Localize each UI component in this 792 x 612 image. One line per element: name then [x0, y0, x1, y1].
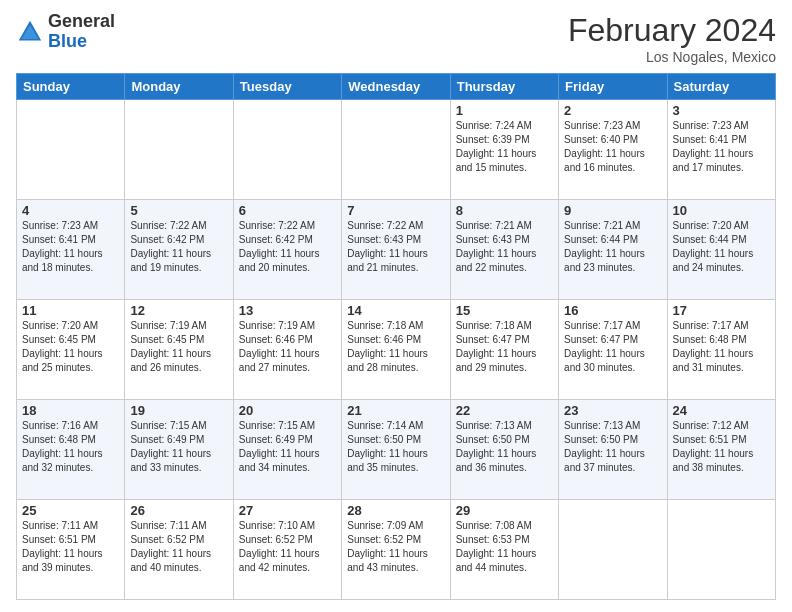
day-number: 23: [564, 403, 661, 418]
table-row: [667, 500, 775, 600]
day-info: Sunrise: 7:14 AM Sunset: 6:50 PM Dayligh…: [347, 419, 444, 475]
day-number: 5: [130, 203, 227, 218]
day-info: Sunrise: 7:22 AM Sunset: 6:43 PM Dayligh…: [347, 219, 444, 275]
day-info: Sunrise: 7:22 AM Sunset: 6:42 PM Dayligh…: [239, 219, 336, 275]
table-row: 29Sunrise: 7:08 AM Sunset: 6:53 PM Dayli…: [450, 500, 558, 600]
day-number: 27: [239, 503, 336, 518]
day-info: Sunrise: 7:13 AM Sunset: 6:50 PM Dayligh…: [456, 419, 553, 475]
table-row: 7Sunrise: 7:22 AM Sunset: 6:43 PM Daylig…: [342, 200, 450, 300]
table-row: 3Sunrise: 7:23 AM Sunset: 6:41 PM Daylig…: [667, 100, 775, 200]
table-row: 6Sunrise: 7:22 AM Sunset: 6:42 PM Daylig…: [233, 200, 341, 300]
day-number: 22: [456, 403, 553, 418]
day-info: Sunrise: 7:20 AM Sunset: 6:44 PM Dayligh…: [673, 219, 770, 275]
day-info: Sunrise: 7:08 AM Sunset: 6:53 PM Dayligh…: [456, 519, 553, 575]
day-number: 19: [130, 403, 227, 418]
title-area: February 2024 Los Nogales, Mexico: [568, 12, 776, 65]
day-info: Sunrise: 7:19 AM Sunset: 6:46 PM Dayligh…: [239, 319, 336, 375]
calendar-week-row: 18Sunrise: 7:16 AM Sunset: 6:48 PM Dayli…: [17, 400, 776, 500]
table-row: 15Sunrise: 7:18 AM Sunset: 6:47 PM Dayli…: [450, 300, 558, 400]
table-row: 12Sunrise: 7:19 AM Sunset: 6:45 PM Dayli…: [125, 300, 233, 400]
day-info: Sunrise: 7:19 AM Sunset: 6:45 PM Dayligh…: [130, 319, 227, 375]
day-info: Sunrise: 7:11 AM Sunset: 6:51 PM Dayligh…: [22, 519, 119, 575]
day-info: Sunrise: 7:23 AM Sunset: 6:40 PM Dayligh…: [564, 119, 661, 175]
month-title: February 2024: [568, 12, 776, 49]
day-number: 20: [239, 403, 336, 418]
table-row: [233, 100, 341, 200]
col-saturday: Saturday: [667, 74, 775, 100]
table-row: 21Sunrise: 7:14 AM Sunset: 6:50 PM Dayli…: [342, 400, 450, 500]
calendar-week-row: 11Sunrise: 7:20 AM Sunset: 6:45 PM Dayli…: [17, 300, 776, 400]
calendar-week-row: 4Sunrise: 7:23 AM Sunset: 6:41 PM Daylig…: [17, 200, 776, 300]
table-row: 1Sunrise: 7:24 AM Sunset: 6:39 PM Daylig…: [450, 100, 558, 200]
day-number: 12: [130, 303, 227, 318]
table-row: 17Sunrise: 7:17 AM Sunset: 6:48 PM Dayli…: [667, 300, 775, 400]
page: General Blue February 2024 Los Nogales, …: [0, 0, 792, 612]
col-sunday: Sunday: [17, 74, 125, 100]
table-row: 25Sunrise: 7:11 AM Sunset: 6:51 PM Dayli…: [17, 500, 125, 600]
day-number: 2: [564, 103, 661, 118]
table-row: [17, 100, 125, 200]
day-number: 10: [673, 203, 770, 218]
day-info: Sunrise: 7:16 AM Sunset: 6:48 PM Dayligh…: [22, 419, 119, 475]
day-info: Sunrise: 7:15 AM Sunset: 6:49 PM Dayligh…: [130, 419, 227, 475]
table-row: [342, 100, 450, 200]
day-number: 17: [673, 303, 770, 318]
calendar-header-row: Sunday Monday Tuesday Wednesday Thursday…: [17, 74, 776, 100]
col-tuesday: Tuesday: [233, 74, 341, 100]
calendar-table: Sunday Monday Tuesday Wednesday Thursday…: [16, 73, 776, 600]
header: General Blue February 2024 Los Nogales, …: [16, 12, 776, 65]
day-info: Sunrise: 7:17 AM Sunset: 6:48 PM Dayligh…: [673, 319, 770, 375]
table-row: 18Sunrise: 7:16 AM Sunset: 6:48 PM Dayli…: [17, 400, 125, 500]
day-info: Sunrise: 7:18 AM Sunset: 6:46 PM Dayligh…: [347, 319, 444, 375]
day-number: 21: [347, 403, 444, 418]
day-info: Sunrise: 7:23 AM Sunset: 6:41 PM Dayligh…: [673, 119, 770, 175]
location: Los Nogales, Mexico: [568, 49, 776, 65]
table-row: 4Sunrise: 7:23 AM Sunset: 6:41 PM Daylig…: [17, 200, 125, 300]
day-number: 24: [673, 403, 770, 418]
day-number: 28: [347, 503, 444, 518]
day-number: 1: [456, 103, 553, 118]
col-thursday: Thursday: [450, 74, 558, 100]
day-number: 26: [130, 503, 227, 518]
table-row: 10Sunrise: 7:20 AM Sunset: 6:44 PM Dayli…: [667, 200, 775, 300]
table-row: 14Sunrise: 7:18 AM Sunset: 6:46 PM Dayli…: [342, 300, 450, 400]
day-number: 15: [456, 303, 553, 318]
col-friday: Friday: [559, 74, 667, 100]
table-row: 24Sunrise: 7:12 AM Sunset: 6:51 PM Dayli…: [667, 400, 775, 500]
day-info: Sunrise: 7:13 AM Sunset: 6:50 PM Dayligh…: [564, 419, 661, 475]
day-number: 3: [673, 103, 770, 118]
logo: General Blue: [16, 12, 115, 52]
day-number: 6: [239, 203, 336, 218]
table-row: 28Sunrise: 7:09 AM Sunset: 6:52 PM Dayli…: [342, 500, 450, 600]
day-number: 4: [22, 203, 119, 218]
table-row: 9Sunrise: 7:21 AM Sunset: 6:44 PM Daylig…: [559, 200, 667, 300]
day-number: 9: [564, 203, 661, 218]
day-info: Sunrise: 7:17 AM Sunset: 6:47 PM Dayligh…: [564, 319, 661, 375]
day-info: Sunrise: 7:22 AM Sunset: 6:42 PM Dayligh…: [130, 219, 227, 275]
day-info: Sunrise: 7:24 AM Sunset: 6:39 PM Dayligh…: [456, 119, 553, 175]
day-info: Sunrise: 7:18 AM Sunset: 6:47 PM Dayligh…: [456, 319, 553, 375]
table-row: 8Sunrise: 7:21 AM Sunset: 6:43 PM Daylig…: [450, 200, 558, 300]
day-number: 14: [347, 303, 444, 318]
table-row: 23Sunrise: 7:13 AM Sunset: 6:50 PM Dayli…: [559, 400, 667, 500]
day-info: Sunrise: 7:20 AM Sunset: 6:45 PM Dayligh…: [22, 319, 119, 375]
day-info: Sunrise: 7:12 AM Sunset: 6:51 PM Dayligh…: [673, 419, 770, 475]
logo-icon: [16, 18, 44, 46]
day-number: 29: [456, 503, 553, 518]
table-row: [125, 100, 233, 200]
calendar-week-row: 1Sunrise: 7:24 AM Sunset: 6:39 PM Daylig…: [17, 100, 776, 200]
table-row: [559, 500, 667, 600]
calendar-week-row: 25Sunrise: 7:11 AM Sunset: 6:51 PM Dayli…: [17, 500, 776, 600]
table-row: 2Sunrise: 7:23 AM Sunset: 6:40 PM Daylig…: [559, 100, 667, 200]
col-monday: Monday: [125, 74, 233, 100]
day-info: Sunrise: 7:23 AM Sunset: 6:41 PM Dayligh…: [22, 219, 119, 275]
table-row: 20Sunrise: 7:15 AM Sunset: 6:49 PM Dayli…: [233, 400, 341, 500]
day-number: 8: [456, 203, 553, 218]
day-number: 7: [347, 203, 444, 218]
day-number: 25: [22, 503, 119, 518]
table-row: 22Sunrise: 7:13 AM Sunset: 6:50 PM Dayli…: [450, 400, 558, 500]
table-row: 13Sunrise: 7:19 AM Sunset: 6:46 PM Dayli…: [233, 300, 341, 400]
logo-general-text: General: [48, 12, 115, 32]
table-row: 16Sunrise: 7:17 AM Sunset: 6:47 PM Dayli…: [559, 300, 667, 400]
day-info: Sunrise: 7:21 AM Sunset: 6:43 PM Dayligh…: [456, 219, 553, 275]
